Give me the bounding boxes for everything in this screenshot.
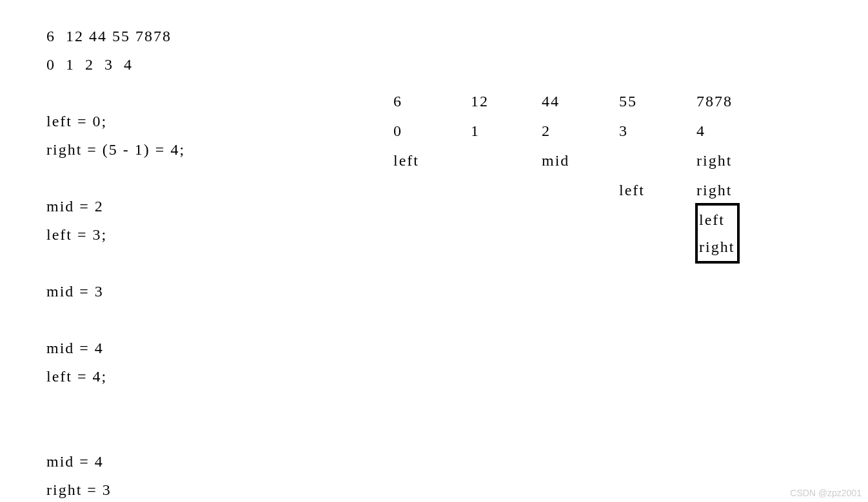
index-cell: 2 <box>542 116 619 146</box>
step1-mid-line: mid = 2 <box>46 192 185 220</box>
pointer-cell <box>471 146 542 175</box>
pointer-cell: left <box>393 146 471 175</box>
pointer-cell <box>393 175 471 205</box>
pointer-cell: mid <box>542 146 619 175</box>
boxed-right-label: right <box>699 233 735 260</box>
step3-mid-line: mid = 4 <box>46 334 185 362</box>
diagram-pointer-row-2: left right <box>393 175 774 205</box>
diagram-indices-row: 0 1 2 3 4 <box>393 116 774 146</box>
array-values-line: 6 12 44 55 7878 <box>46 22 185 50</box>
pointer-cell: right <box>696 146 774 175</box>
step3-left-line: left = 4; <box>46 362 185 391</box>
value-cell: 55 <box>619 86 696 116</box>
step1-left-line: left = 3; <box>46 220 185 249</box>
blank-line <box>46 249 185 277</box>
init-right-line: right = (5 - 1) = 4; <box>46 135 185 164</box>
value-cell: 6 <box>393 86 471 116</box>
blank-line <box>46 164 185 192</box>
watermark-text: CSDN @zpz2001 <box>790 488 862 498</box>
pointer-cell <box>619 146 696 175</box>
pointer-cell <box>471 175 542 205</box>
value-cell: 44 <box>542 86 619 116</box>
pointer-cell: right <box>696 175 774 205</box>
blank-line <box>46 391 185 419</box>
boxed-left-label: left <box>699 206 735 233</box>
blank-line <box>46 305 185 334</box>
index-cell: 0 <box>393 116 471 146</box>
diagram-values-row: 6 12 44 55 7878 <box>393 86 774 116</box>
diagram-pointer-row-1: left mid right <box>393 146 774 175</box>
step4-right-line: right = 3 <box>46 476 185 502</box>
left-trace-column: 6 12 44 55 7878 0 1 2 3 4 left = 0; righ… <box>46 22 185 502</box>
pointer-cell: left <box>619 175 696 205</box>
final-pointer-box: left right <box>695 203 740 264</box>
step2-mid-line: mid = 3 <box>46 277 185 305</box>
right-diagram-column: 6 12 44 55 7878 0 1 2 3 4 left mid right… <box>393 86 774 205</box>
index-cell: 1 <box>471 116 542 146</box>
init-left-line: left = 0; <box>46 107 185 135</box>
pointer-cell <box>542 175 619 205</box>
array-indices-line: 0 1 2 3 4 <box>46 50 185 79</box>
blank-line <box>46 419 185 447</box>
blank-line <box>46 79 185 107</box>
value-cell: 7878 <box>696 86 774 116</box>
index-cell: 3 <box>619 116 696 146</box>
value-cell: 12 <box>471 86 542 116</box>
index-cell: 4 <box>696 116 774 146</box>
step4-mid-line: mid = 4 <box>46 447 185 476</box>
